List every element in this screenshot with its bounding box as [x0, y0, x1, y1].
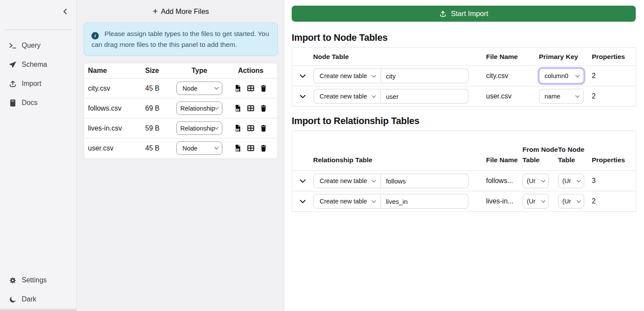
table-mode-value: Create new table	[320, 93, 368, 100]
file-type-select[interactable]: Node	[176, 141, 222, 155]
chevron-down-icon	[299, 92, 307, 101]
sidebar-item-import[interactable]: Import	[0, 74, 76, 93]
file-type-select[interactable]: Node	[176, 82, 222, 95]
chevron-down-icon	[215, 105, 219, 110]
file-name: city.csv	[84, 79, 141, 98]
primary-key-select[interactable]: name	[539, 89, 584, 104]
sidebar-item-label: Dark	[22, 295, 36, 303]
to-node-value: (Ur	[563, 198, 571, 205]
column-header-type: Type	[175, 63, 224, 79]
file-name: user.csv	[84, 138, 141, 158]
table-mode-select[interactable]: Create new table	[313, 69, 381, 83]
sidebar-item-label: Settings	[22, 276, 47, 284]
column-header-properties: Properties	[592, 48, 636, 66]
table-mode-select[interactable]: Create new table	[313, 194, 381, 209]
relationship-section-title: Import to Relationship Tables	[292, 116, 644, 127]
table-name-input[interactable]	[381, 69, 468, 83]
chevron-down-icon	[541, 178, 545, 182]
preview-table-button[interactable]	[247, 124, 255, 132]
file-row-user: user.csv 45 B Node	[84, 138, 277, 158]
preview-table-button[interactable]	[247, 104, 255, 112]
view-csv-button[interactable]	[234, 84, 242, 92]
sidebar-nav: Query Schema Import Docs	[0, 30, 76, 112]
file-type-value: Node	[182, 145, 198, 152]
expand-row-button[interactable]	[292, 197, 313, 206]
view-csv-button[interactable]	[234, 144, 242, 152]
column-header-to-node-table: To Node Table	[558, 131, 592, 171]
moon-icon	[9, 295, 17, 304]
sidebar-item-docs[interactable]: Docs	[0, 93, 76, 112]
from-node-table-select[interactable]: (Ur	[523, 174, 549, 188]
relationship-table-header-row: Relationship Table File Name From Node T…	[292, 131, 636, 171]
file-name: user.csv	[486, 86, 539, 107]
to-node-table-select[interactable]: (Ur	[558, 174, 584, 188]
node-import-row-city: Create new table city.csv column0 2	[292, 66, 636, 86]
file-name: follows...	[486, 171, 523, 191]
file-name: lives-in...	[486, 191, 523, 212]
file-type-value: Node	[182, 85, 198, 92]
file-name: lives-in.csv	[84, 118, 141, 138]
trash-icon	[260, 124, 267, 132]
file-type-select[interactable]: Relationship	[176, 121, 222, 135]
trash-icon	[260, 144, 267, 152]
delete-file-button[interactable]	[260, 124, 267, 132]
table-mode-value: Create new table	[320, 177, 368, 184]
sidebar-scrollbar[interactable]	[0, 309, 76, 311]
primary-key-select[interactable]: column0	[539, 69, 584, 83]
column-header-file-name: File Name	[486, 48, 539, 66]
start-import-button[interactable]: Start Import	[292, 6, 636, 22]
table-name-input[interactable]	[381, 194, 468, 209]
book-icon	[9, 99, 17, 107]
paper-plane-icon	[9, 61, 17, 69]
sidebar-item-schema[interactable]: Schema	[0, 55, 76, 74]
column-header-node-table: Node Table	[313, 48, 486, 66]
file-size: 45 B	[141, 79, 175, 98]
from-node-table-select[interactable]: (Ur	[523, 194, 549, 209]
delete-file-button[interactable]	[260, 144, 267, 152]
preview-table-button[interactable]	[247, 84, 255, 92]
sidebar-item-query[interactable]: Query	[0, 36, 76, 55]
table-grid-icon	[247, 124, 255, 132]
chevron-down-icon	[371, 198, 376, 203]
trash-icon	[260, 104, 267, 112]
start-import-label: Start Import	[451, 10, 488, 18]
table-name-input[interactable]	[381, 89, 468, 104]
terminal-icon	[9, 42, 17, 50]
chevron-down-icon	[371, 73, 376, 77]
file-type-value: Relationship	[180, 125, 215, 132]
expand-row-button[interactable]	[292, 72, 313, 80]
column-header-relationship-table: Relationship Table	[313, 131, 486, 171]
view-csv-button[interactable]	[234, 124, 242, 132]
upload-icon	[439, 10, 447, 18]
collapse-sidebar-button[interactable]	[61, 7, 69, 16]
table-grid-icon	[247, 84, 255, 92]
expand-row-button[interactable]	[292, 177, 313, 185]
table-grid-icon	[247, 144, 255, 152]
upload-icon	[9, 80, 17, 88]
expand-row-button[interactable]	[292, 92, 313, 101]
sidebar-item-dark-mode[interactable]: Dark	[0, 290, 76, 309]
chevron-down-icon	[371, 93, 376, 98]
view-csv-button[interactable]	[234, 104, 242, 112]
to-node-table-select[interactable]: (Ur	[558, 194, 584, 209]
import-panel: Start Import Import to Node Tables Node …	[285, 0, 644, 311]
table-mode-select[interactable]: Create new table	[313, 89, 381, 104]
table-mode-select[interactable]: Create new table	[313, 174, 381, 188]
sidebar-item-settings[interactable]: Settings	[0, 271, 76, 290]
delete-file-button[interactable]	[260, 104, 267, 112]
info-alert-line1: Please assign table types to the files t…	[104, 30, 256, 37]
file-type-value: Relationship	[180, 105, 215, 112]
table-name-input[interactable]	[381, 174, 468, 188]
sidebar-header	[0, 0, 76, 29]
app-window: Query Schema Import Docs Settings Dark	[0, 0, 644, 311]
file-type-select[interactable]: Relationship	[176, 101, 222, 115]
sidebar-item-label: Docs	[22, 99, 37, 107]
primary-key-value: column0	[545, 72, 569, 79]
delete-file-button[interactable]	[260, 84, 267, 92]
add-more-files-button[interactable]: + Add More Files	[84, 6, 278, 17]
preview-table-button[interactable]	[247, 144, 255, 152]
info-icon: i	[91, 32, 99, 39]
chevron-down-icon	[215, 85, 219, 90]
relationship-tables-table: Relationship Table File Name From Node T…	[292, 131, 636, 212]
file-panel: + Add More Files iPlease assign table ty…	[77, 0, 285, 311]
